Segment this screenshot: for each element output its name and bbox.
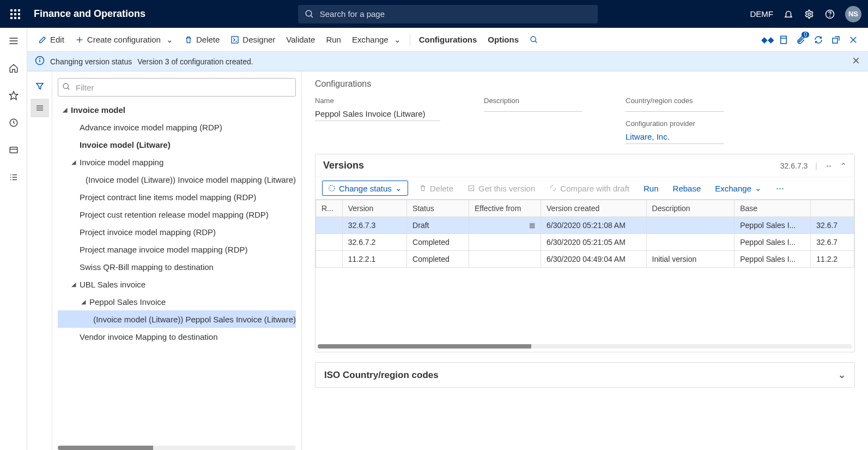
- tree-item[interactable]: Vendor invoice Mapping to destination: [58, 328, 296, 345]
- office-icon[interactable]: [779, 35, 788, 45]
- svg-rect-25: [833, 38, 837, 43]
- change-status-button[interactable]: Change status⌄: [322, 181, 408, 196]
- col-base-version[interactable]: [811, 200, 854, 217]
- search-icon: [62, 82, 71, 93]
- modules-icon[interactable]: [7, 171, 20, 184]
- tree-item[interactable]: ◢UBL Sales invoice: [58, 275, 296, 293]
- calendar-icon[interactable]: ▦: [529, 221, 535, 229]
- run-button[interactable]: Run: [320, 32, 347, 47]
- scrollbar[interactable]: [318, 344, 852, 349]
- get-version-button: Get this version: [464, 182, 538, 195]
- tab-options[interactable]: Options: [482, 32, 524, 47]
- filter-icon[interactable]: [31, 77, 49, 95]
- versions-grid[interactable]: R... Version Status Effective from Versi…: [315, 199, 854, 268]
- left-nav-rail: [0, 28, 27, 450]
- iso-panel-header[interactable]: ISO Country/region codes ⌄: [315, 362, 855, 388]
- section-title: Configurations: [315, 79, 855, 89]
- tree-item[interactable]: Project invoice model mapping (RDP): [58, 223, 296, 241]
- tree-item-label: Project contract line items model mappin…: [80, 193, 256, 202]
- more-button[interactable]: ↔: [825, 161, 833, 170]
- hamburger-icon[interactable]: [7, 34, 20, 47]
- clock-icon[interactable]: [7, 116, 20, 129]
- svg-point-36: [63, 83, 68, 88]
- tree-item-label: Invoice model (Litware): [80, 140, 171, 149]
- refresh-icon[interactable]: [814, 35, 823, 45]
- tree-item[interactable]: (Invoice model (Litware)) Invoice model …: [58, 171, 296, 188]
- tree-item[interactable]: Project cust retention release model map…: [58, 206, 296, 223]
- app-launcher-icon[interactable]: [7, 5, 24, 23]
- related-info-icon[interactable]: ◆◆: [761, 35, 771, 45]
- tree-item[interactable]: ◢Invoice model mapping: [58, 153, 296, 171]
- attachment-badge: 0: [802, 32, 809, 38]
- tree-item[interactable]: Swiss QR-Bill mapping to destination: [58, 258, 296, 275]
- description-value[interactable]: [484, 107, 582, 112]
- col-base[interactable]: Base: [735, 200, 811, 217]
- tree-item-label: Project manage invoice model mapping (RD…: [80, 245, 247, 254]
- bell-icon[interactable]: [783, 9, 794, 20]
- list-view-icon[interactable]: [31, 99, 49, 117]
- caret-icon: ◢: [61, 106, 69, 113]
- star-icon[interactable]: [7, 89, 20, 102]
- current-version: 32.6.7.3: [780, 161, 808, 170]
- tree-item[interactable]: ◢Peppol Sales Invoice: [58, 293, 296, 310]
- country-value[interactable]: [626, 107, 724, 112]
- exchange-button[interactable]: Exchange⌄: [347, 32, 406, 48]
- tree-item[interactable]: Project manage invoice model mapping (RD…: [58, 241, 296, 258]
- scrollbar[interactable]: [58, 446, 296, 450]
- col-description[interactable]: Description: [646, 200, 735, 217]
- svg-point-4: [830, 16, 830, 16]
- designer-button[interactable]: Designer: [225, 32, 281, 47]
- workspace-icon[interactable]: [7, 143, 20, 157]
- collapse-icon[interactable]: ⌃: [840, 161, 847, 170]
- tree-item-label: Swiss QR-Bill mapping to destination: [80, 262, 214, 272]
- rebase-button[interactable]: Rebase: [670, 182, 705, 195]
- tree-item[interactable]: Advance invoice model mapping (RDP): [58, 118, 296, 136]
- table-row[interactable]: 32.6.7.3Draft▦6/30/2020 05:21:08 AMPeppo…: [316, 217, 854, 234]
- col-created[interactable]: Version created: [541, 200, 647, 217]
- name-value[interactable]: Peppol Sales Invoice (Litware): [315, 107, 440, 121]
- col-version[interactable]: Version: [342, 200, 406, 217]
- close-icon[interactable]: [852, 56, 860, 67]
- svg-line-22: [535, 41, 537, 43]
- tree-item[interactable]: Invoice model (Litware): [58, 136, 296, 153]
- attachment-icon[interactable]: 0: [796, 35, 806, 45]
- validate-button[interactable]: Validate: [281, 32, 320, 47]
- svg-point-38: [329, 185, 335, 191]
- version-delete-button: Delete: [416, 182, 457, 195]
- caret-icon: ◢: [70, 281, 77, 288]
- tree-item[interactable]: (Invoice model (Litware)) Peppol Sales I…: [58, 310, 296, 328]
- col-r[interactable]: R...: [316, 200, 343, 217]
- version-exchange-button[interactable]: Exchange⌄: [712, 181, 765, 195]
- delete-button[interactable]: Delete: [179, 32, 225, 47]
- tab-configurations[interactable]: Configurations: [414, 32, 483, 47]
- create-configuration-button[interactable]: Create configuration⌄: [70, 32, 179, 48]
- tree-item[interactable]: ◢Invoice model: [58, 101, 296, 118]
- app-title: Finance and Operations: [34, 8, 145, 20]
- table-row[interactable]: 11.2.2.1Completed6/30/2020 04:49:04 AMIn…: [316, 251, 854, 268]
- tree-item-label: (Invoice model (Litware)) Peppol Sales I…: [93, 315, 296, 324]
- top-header: Finance and Operations DEMF NS: [0, 0, 868, 28]
- popout-icon[interactable]: [831, 35, 841, 45]
- tree-item-label: Advance invoice model mapping (RDP): [80, 123, 222, 132]
- help-icon[interactable]: [824, 9, 835, 20]
- table-row[interactable]: 32.6.7.2Completed6/30/2020 05:21:05 AMPe…: [316, 234, 854, 251]
- caret-icon: ◢: [70, 159, 77, 166]
- version-run-button[interactable]: Run: [640, 182, 662, 195]
- avatar[interactable]: NS: [845, 6, 861, 22]
- edit-button[interactable]: Edit: [33, 32, 70, 47]
- page-search-button[interactable]: [524, 32, 544, 47]
- close-icon[interactable]: [848, 35, 858, 45]
- svg-line-37: [68, 88, 69, 89]
- home-icon[interactable]: [7, 62, 20, 75]
- legal-entity[interactable]: DEMF: [750, 9, 773, 19]
- action-bar: Edit Create configuration⌄ Delete Design…: [27, 28, 868, 52]
- chevron-down-icon: ⌄: [838, 369, 846, 381]
- tree-item[interactable]: Project contract line items model mappin…: [58, 188, 296, 206]
- gear-icon[interactable]: [804, 9, 815, 20]
- global-search-input[interactable]: [298, 5, 598, 23]
- provider-link[interactable]: Litware, Inc.: [626, 130, 724, 144]
- tree-filter-input[interactable]: [58, 78, 296, 97]
- more-icon[interactable]: ⋯: [773, 181, 787, 195]
- col-effective[interactable]: Effective from: [469, 200, 541, 217]
- col-status[interactable]: Status: [407, 200, 469, 217]
